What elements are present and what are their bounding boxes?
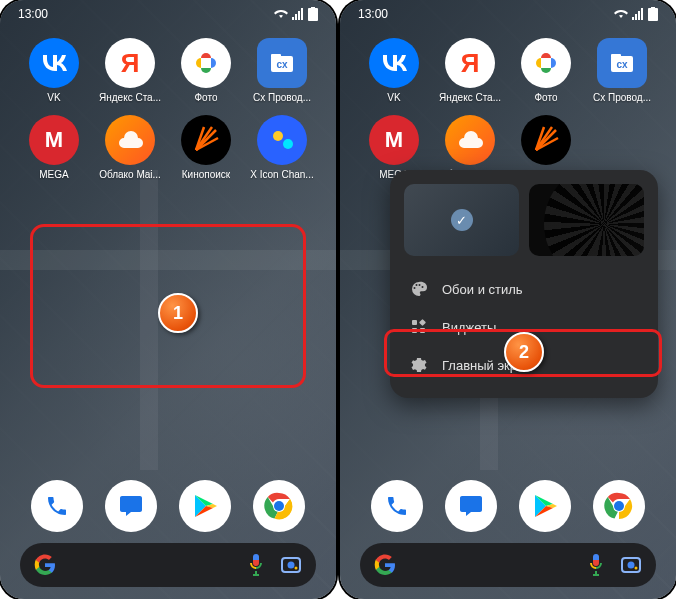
callout-1: 1 [158, 293, 198, 333]
dock-play[interactable] [519, 480, 571, 532]
menu-label: Обои и стиль [442, 282, 523, 297]
app-yandex[interactable]: ЯЯндекс Ста... [436, 38, 504, 103]
app-mail-cloud[interactable]: Облако Mai... [96, 115, 164, 180]
status-time: 13:00 [18, 7, 48, 21]
svg-rect-1 [271, 54, 281, 58]
svg-point-7 [273, 131, 283, 141]
screen-right: 13:00 VK ЯЯндекс Ста... Фото cxCx Провод… [340, 0, 676, 599]
dock-play[interactable] [179, 480, 231, 532]
app-cx[interactable]: cxCx Провод... [248, 38, 316, 103]
svg-text:cx: cx [276, 59, 288, 70]
dock-messages[interactable] [105, 480, 157, 532]
screen-left: 13:00 VK ЯЯндекс Ста... Фото cxCx Провод… [0, 0, 336, 599]
svg-rect-22 [412, 320, 417, 325]
app-kinopoisk[interactable]: Кинопоиск [172, 115, 240, 180]
wifi-icon [274, 8, 288, 20]
svg-point-8 [283, 139, 293, 149]
check-icon: ✓ [451, 209, 473, 231]
dock-phone[interactable] [31, 480, 83, 532]
app-grid: VK ЯЯндекс Ста... Фото cxCx Провод... MM… [0, 38, 336, 180]
signal-icon [292, 8, 304, 20]
battery-icon [648, 7, 658, 21]
signal-icon [632, 8, 644, 20]
svg-point-30 [628, 562, 635, 569]
google-icon [34, 554, 56, 576]
lens-icon[interactable] [280, 554, 302, 576]
mic-icon[interactable] [588, 554, 610, 576]
app-vk[interactable]: VK [360, 38, 428, 103]
battery-icon [308, 7, 318, 21]
dock [360, 475, 656, 537]
wifi-icon [614, 8, 628, 20]
status-bar: 13:00 [340, 0, 676, 28]
svg-rect-25 [419, 319, 426, 326]
svg-point-28 [614, 501, 624, 511]
status-bar: 13:00 [0, 0, 336, 28]
status-icons [614, 7, 658, 21]
status-time: 13:00 [358, 7, 388, 21]
dock-messages[interactable] [445, 480, 497, 532]
svg-point-14 [295, 567, 298, 570]
svg-point-31 [635, 567, 638, 570]
dock-chrome[interactable] [253, 480, 305, 532]
wallpaper-option-light[interactable]: ✓ [404, 184, 519, 256]
app-mega[interactable]: MMEGA [20, 115, 88, 180]
app-vk[interactable]: VK [20, 38, 88, 103]
app-xicon[interactable]: X Icon Chan... [248, 115, 316, 180]
lens-icon[interactable] [620, 554, 642, 576]
svg-point-13 [288, 562, 295, 569]
svg-rect-16 [611, 54, 621, 58]
search-bar[interactable] [360, 543, 656, 587]
status-icons [274, 7, 318, 21]
dock-chrome[interactable] [593, 480, 645, 532]
dock [20, 475, 316, 537]
app-yandex[interactable]: ЯЯндекс Ста... [96, 38, 164, 103]
palette-icon [410, 281, 428, 297]
dock-phone[interactable] [371, 480, 423, 532]
app-photo[interactable]: Фото [512, 38, 580, 103]
app-cx[interactable]: cxCx Провод... [588, 38, 656, 103]
svg-text:cx: cx [616, 59, 628, 70]
callout-2: 2 [504, 332, 544, 372]
menu-wallpaper-style[interactable]: Обои и стиль [404, 270, 644, 308]
app-photo[interactable]: Фото [172, 38, 240, 103]
svg-point-11 [274, 501, 284, 511]
google-icon [374, 554, 396, 576]
mic-icon[interactable] [248, 554, 270, 576]
app-grid: VK ЯЯндекс Ста... Фото cxCx Провод... MM… [340, 38, 676, 180]
wallpaper-option-dark[interactable] [529, 184, 644, 256]
tutorial-comparison: 13:00 VK ЯЯндекс Ста... Фото cxCx Провод… [0, 0, 676, 599]
search-bar[interactable] [20, 543, 316, 587]
